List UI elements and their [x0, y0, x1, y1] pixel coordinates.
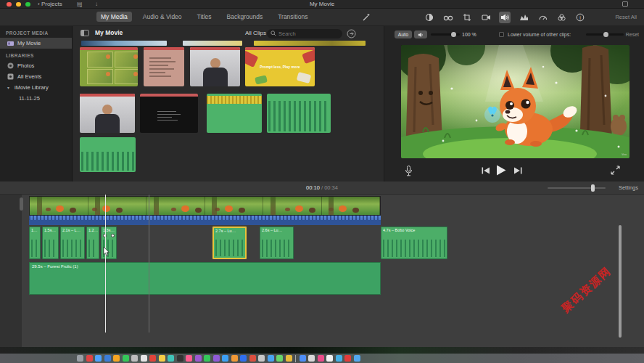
volume-icon[interactable]	[499, 12, 511, 23]
browser-forward-icon[interactable]	[347, 29, 356, 38]
dock-app-icon[interactable]	[168, 355, 174, 362]
media-thumbnail-promo[interactable]: Prompt less, Play more	[245, 47, 315, 86]
dock-app-icon[interactable]	[276, 355, 283, 362]
media-thumbnail-talking-head[interactable]	[190, 47, 240, 86]
sidebar-toggle-icon[interactable]	[80, 30, 89, 36]
lower-volume-slider[interactable]	[586, 33, 624, 36]
dock-app-icon[interactable]	[300, 355, 306, 362]
audio-clip[interactable]: 1.5s…	[42, 227, 59, 259]
reset-button[interactable]: Reset	[626, 32, 639, 37]
stabilization-icon[interactable]	[480, 12, 492, 23]
dock-app-icon[interactable]	[286, 355, 292, 362]
audio-clip[interactable]: 1…	[29, 227, 41, 259]
dock-app-icon[interactable]	[77, 355, 83, 362]
dock-app-icon[interactable]	[213, 355, 220, 362]
video-clip-filmstrip[interactable]	[29, 196, 381, 216]
color-correction-icon[interactable]	[442, 12, 454, 23]
zoom-slider-knob[interactable]	[591, 184, 595, 192]
dock-app-icon[interactable]	[95, 355, 102, 362]
dock-app-icon[interactable]	[308, 355, 315, 362]
tab-audio-video[interactable]: Audio & Video	[139, 12, 186, 22]
clip-filter-icon[interactable]	[556, 12, 567, 23]
dock-app-icon[interactable]	[141, 355, 147, 362]
dock-app-icon[interactable]	[268, 355, 274, 362]
audio-clip[interactable]: 2.6s – Lu…	[260, 227, 294, 259]
media-thumbnail-screen-recording[interactable]	[140, 94, 198, 133]
media-thumbnail-collage[interactable]	[80, 47, 138, 86]
dock-app-icon[interactable]	[104, 355, 111, 362]
timeline-zoom-slider[interactable]	[548, 187, 606, 189]
tab-titles[interactable]: Titles	[193, 12, 216, 22]
dock-app-icon[interactable]	[204, 355, 210, 362]
skip-back-icon[interactable]	[482, 167, 490, 174]
timeline-settings-button[interactable]: Settings	[619, 184, 638, 191]
play-button[interactable]	[496, 165, 506, 176]
media-thumbnail-audio-yellow[interactable]	[207, 94, 262, 133]
clip-strip[interactable]	[81, 41, 167, 46]
speed-icon[interactable]	[537, 12, 548, 23]
media-thumbnail-talking-head-2[interactable]	[80, 94, 135, 133]
crop-icon[interactable]	[461, 12, 473, 23]
sidebar-item-my-movie[interactable]: My Movie	[0, 38, 72, 49]
dock-app-icon[interactable]	[318, 355, 324, 362]
clip-strip[interactable]	[254, 41, 366, 46]
background-music-clip[interactable]: 29.5s – Forest Frolic (1)	[29, 262, 381, 295]
timeline[interactable]: 1… 1.5s… 2.1s – L… 1.2… 1.3s… 2.7s – Lu……	[0, 195, 644, 347]
dock-app-icon[interactable]	[249, 355, 256, 362]
sidebar-item-photos[interactable]: Photos	[0, 60, 72, 71]
lower-volume-slider-knob[interactable]	[603, 32, 608, 37]
dock-app-icon[interactable]	[354, 355, 360, 362]
sidebar-item-imovie-library[interactable]: ▾ iMovie Library	[0, 82, 72, 93]
dock-app-icon[interactable]	[231, 355, 238, 362]
video-audio-waveform-bar[interactable]	[29, 216, 381, 225]
preview-viewer[interactable]: Veo	[401, 45, 629, 158]
audio-clip[interactable]: 2.1s – L…	[60, 227, 85, 259]
dock-app-icon[interactable]	[195, 355, 202, 362]
dock-app-icon[interactable]	[86, 355, 93, 362]
fade-handle[interactable]	[111, 234, 115, 237]
dock-app-icon[interactable]	[222, 355, 228, 362]
playhead[interactable]	[105, 195, 106, 333]
dock-app-icon[interactable]	[240, 355, 247, 362]
search-input[interactable]: Search	[267, 29, 342, 38]
media-thumbnail-notes[interactable]	[144, 47, 184, 86]
noise-reduction-icon[interactable]	[518, 12, 529, 23]
tab-transitions[interactable]: Transitions	[273, 12, 312, 22]
media-thumbnail-audio-waveform-2[interactable]	[80, 137, 136, 172]
timeline-vertical-scrollbar[interactable]	[619, 225, 622, 338]
clip-strip[interactable]	[183, 41, 242, 46]
dock-app-icon[interactable]	[258, 355, 265, 362]
fullscreen-icon[interactable]	[611, 166, 620, 175]
dock-app-icon[interactable]	[177, 355, 183, 362]
dock-app-icon[interactable]	[149, 355, 156, 362]
info-icon[interactable]: i	[574, 12, 586, 23]
dock-app-icon[interactable]	[123, 355, 129, 362]
audio-clip-bobo-voice[interactable]: 4.7s – Bobo Voice	[381, 227, 447, 259]
dock-app-icon[interactable]	[336, 355, 342, 362]
tab-backgrounds[interactable]: Backgrounds	[223, 12, 268, 22]
tab-my-media[interactable]: My Media	[96, 12, 132, 22]
audio-clip[interactable]: 1.2…	[86, 227, 99, 259]
voiceover-mic-icon[interactable]	[405, 166, 413, 176]
mute-button[interactable]	[414, 30, 427, 38]
color-balance-icon[interactable]	[424, 12, 435, 23]
chevron-down-icon[interactable]: ▾	[7, 85, 9, 90]
dock-app-icon[interactable]	[344, 355, 351, 362]
window-corner-icon[interactable]	[622, 1, 628, 7]
dock-app-icon[interactable]	[113, 355, 120, 362]
sidebar-item-event-date[interactable]: 11-11-25	[0, 93, 72, 103]
reset-all-button[interactable]: Reset All	[615, 14, 637, 20]
dock-app-icon[interactable]	[159, 355, 165, 362]
volume-slider-knob[interactable]	[451, 32, 456, 37]
audio-clip-selected[interactable]: 2.7s – Lu…	[212, 227, 247, 259]
lower-volume-checkbox[interactable]	[499, 32, 504, 37]
dock-app-icon[interactable]	[326, 355, 333, 362]
dock-app-icon[interactable]	[131, 355, 138, 362]
timeline-scroll-handle[interactable]	[20, 197, 23, 211]
auto-button[interactable]: Auto	[395, 30, 412, 38]
enhance-wand-icon[interactable]	[362, 12, 371, 22]
dock-app-icon[interactable]	[186, 355, 192, 362]
skip-forward-icon[interactable]	[513, 167, 522, 174]
media-thumbnail-audio-waveform[interactable]	[267, 94, 331, 133]
sidebar-item-all-events[interactable]: All Events	[0, 71, 72, 82]
